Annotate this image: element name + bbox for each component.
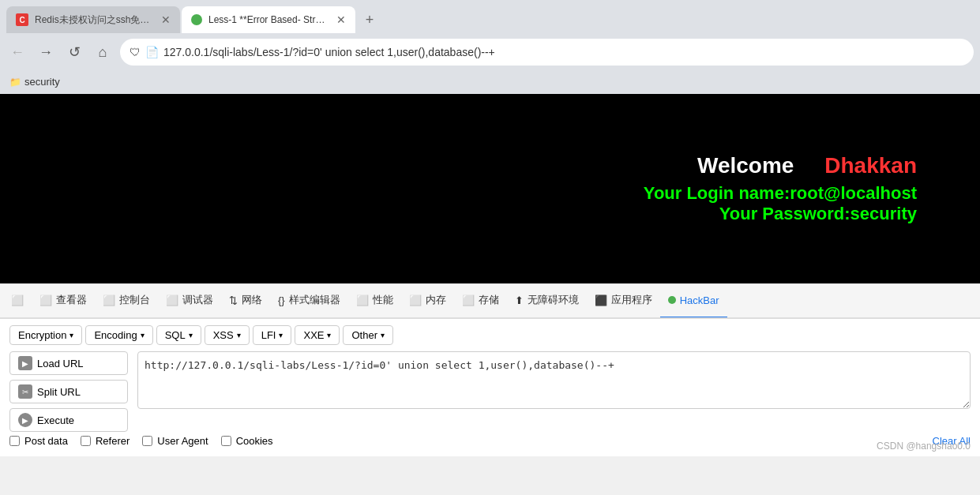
- watermark: CSDN @hangshao0.0: [877, 441, 971, 452]
- hackbar-menu-row: Encryption ▾ Encoding ▾ SQL ▾ XSS: [9, 325, 971, 345]
- hackbar-dropdown-xxe: XXE ▾: [295, 325, 340, 345]
- new-tab-button[interactable]: +: [357, 7, 382, 32]
- bookmark-folder-icon: 📁: [9, 77, 21, 88]
- devtool-storage[interactable]: ⬜ 存储: [454, 283, 507, 318]
- lfi-label: LFI: [261, 329, 276, 341]
- tab-close-redis[interactable]: ✕: [161, 13, 171, 26]
- user-agent-checkbox-label[interactable]: User Agent: [142, 435, 208, 447]
- reload-button[interactable]: ↺: [63, 41, 85, 63]
- encoding-label: Encoding: [94, 329, 137, 341]
- cookies-checkbox-label[interactable]: Cookies: [221, 435, 273, 447]
- split-url-icon: ✂: [18, 384, 32, 399]
- devtool-console[interactable]: ⬜ 控制台: [95, 283, 158, 318]
- execute-button[interactable]: ▶ Execute: [9, 408, 128, 432]
- bookmark-security[interactable]: 📁 security: [6, 74, 63, 89]
- split-url-label: Split URL: [37, 386, 81, 398]
- encoding-menu-button[interactable]: Encoding ▾: [85, 325, 152, 345]
- console-label: 控制台: [119, 293, 150, 307]
- storage-label: 存储: [479, 293, 499, 307]
- post-data-label: Post data: [24, 435, 68, 447]
- performance-label: 性能: [373, 293, 393, 307]
- hackbar-main-area: ▶ Load URL ✂ Split URL ▶ Execute: [9, 351, 971, 432]
- content-area: Welcome Dhakkan Your Login name:root@loc…: [0, 94, 980, 456]
- login-name: Your Login name:root@localhost: [644, 183, 917, 204]
- hackbar-dropdown-encryption: Encryption ▾: [9, 325, 82, 345]
- network-icon: ⇅: [229, 294, 238, 306]
- sql-arrow-icon: ▾: [189, 331, 193, 339]
- other-menu-button[interactable]: Other ▾: [343, 325, 393, 345]
- address-bar[interactable]: 🛡 📄: [120, 39, 974, 66]
- devtool-network[interactable]: ⇅ 网络: [221, 283, 270, 318]
- sql-menu-button[interactable]: SQL ▾: [156, 325, 201, 345]
- tab-redis[interactable]: C Redis未授权访问之ssh免密登... ✕: [6, 6, 180, 33]
- application-label: 应用程序: [611, 293, 652, 307]
- encryption-label: Encryption: [18, 329, 66, 341]
- hackbar-bottom-row: Post data Referer User Agent Cookies Cle…: [9, 432, 971, 450]
- tab-close-less1[interactable]: ✕: [336, 13, 346, 26]
- tab-favicon-less1: [191, 14, 202, 25]
- split-url-button[interactable]: ✂ Split URL: [9, 380, 128, 403]
- forward-button[interactable]: →: [35, 41, 57, 63]
- hackbar-url-textarea[interactable]: [137, 351, 971, 409]
- other-arrow-icon: ▾: [381, 331, 385, 339]
- referer-checkbox[interactable]: [81, 436, 91, 446]
- webpage: Welcome Dhakkan Your Login name:root@loc…: [0, 94, 980, 283]
- devtool-hackbar[interactable]: HackBar: [660, 283, 727, 318]
- load-url-button[interactable]: ▶ Load URL: [9, 351, 128, 375]
- devtool-inspector[interactable]: ⬜ 查看器: [32, 283, 95, 318]
- back-button[interactable]: ←: [6, 41, 28, 63]
- tab-less1[interactable]: Less-1 **Error Based- String** ✕: [182, 6, 355, 33]
- storage-icon: ⬜: [462, 294, 475, 306]
- xss-label: XSS: [213, 329, 234, 341]
- hackbar-dropdown-lfi: LFI ▾: [253, 325, 292, 345]
- performance-icon: ⬜: [356, 294, 369, 306]
- hackbar-right-area: [137, 351, 971, 432]
- inspector-label: 查看器: [56, 293, 87, 307]
- application-icon: ⬛: [595, 294, 607, 306]
- responsive-icon: ⬜: [11, 294, 24, 306]
- memory-label: 内存: [426, 293, 446, 307]
- xxe-menu-button[interactable]: XXE ▾: [295, 325, 340, 345]
- welcome-text: Welcome: [697, 153, 794, 178]
- devtool-performance[interactable]: ⬜ 性能: [348, 283, 401, 318]
- devtool-application[interactable]: ⬛ 应用程序: [587, 283, 660, 318]
- hackbar-label: HackBar: [680, 294, 719, 306]
- devtool-debugger[interactable]: ⬜ 调试器: [158, 283, 221, 318]
- xxe-arrow-icon: ▾: [327, 331, 331, 339]
- lfi-menu-button[interactable]: LFI ▾: [253, 325, 292, 345]
- lfi-arrow-icon: ▾: [279, 331, 283, 339]
- network-label: 网络: [242, 293, 262, 307]
- memory-icon: ⬜: [409, 294, 422, 306]
- inspector-icon: ⬜: [39, 294, 52, 306]
- console-icon: ⬜: [103, 294, 115, 306]
- hackbar-dropdown-sql: SQL ▾: [156, 325, 201, 345]
- accessibility-icon: ⬆: [515, 294, 524, 306]
- xss-menu-button[interactable]: XSS ▾: [205, 325, 250, 345]
- cookies-label: Cookies: [236, 435, 273, 447]
- hackbar-dropdown-encoding: Encoding ▾: [85, 325, 152, 345]
- post-data-checkbox[interactable]: [9, 436, 20, 446]
- hackbar-dot-icon: [668, 296, 676, 304]
- home-button[interactable]: ⌂: [92, 41, 114, 63]
- other-label: Other: [351, 329, 377, 341]
- password-line: Your Password:security: [644, 204, 917, 224]
- bookmarks-bar: 📁 security: [0, 71, 980, 94]
- referer-label: Referer: [96, 435, 130, 447]
- devtool-style-editor[interactable]: {} 样式编辑器: [270, 283, 348, 318]
- devtool-responsive[interactable]: ⬜: [3, 283, 32, 318]
- hackbar-left-buttons: ▶ Load URL ✂ Split URL ▶ Execute: [9, 351, 128, 432]
- cookies-checkbox[interactable]: [221, 436, 231, 446]
- referer-checkbox-label[interactable]: Referer: [81, 435, 130, 447]
- devtools-bar: ⬜ ⬜ 查看器 ⬜ 控制台 ⬜ 调试器 ⇅ 网络 {} 样式编辑器 ⬜ 性能 ⬜…: [0, 283, 980, 318]
- devtool-memory[interactable]: ⬜ 内存: [401, 283, 454, 318]
- tab-bar: C Redis未授权访问之ssh免密登... ✕ Less-1 **Error …: [0, 0, 980, 33]
- hackbar-dropdown-xss: XSS ▾: [205, 325, 250, 345]
- address-input[interactable]: [163, 46, 964, 58]
- post-data-checkbox-label[interactable]: Post data: [9, 435, 68, 447]
- debugger-icon: ⬜: [166, 294, 178, 306]
- encryption-menu-button[interactable]: Encryption ▾: [9, 325, 82, 345]
- accessibility-label: 无障碍环境: [528, 293, 579, 307]
- user-agent-checkbox[interactable]: [142, 436, 152, 446]
- page-icon: 📄: [145, 46, 159, 58]
- devtool-accessibility[interactable]: ⬆ 无障碍环境: [507, 283, 587, 318]
